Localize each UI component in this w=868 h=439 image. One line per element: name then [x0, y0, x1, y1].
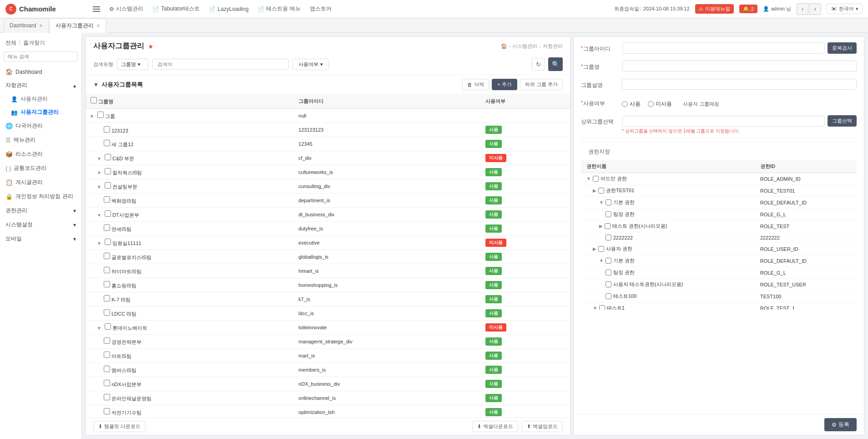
perm-collapse-icon[interactable]: ▼ — [599, 200, 604, 205]
perm-expand-icon[interactable]: ▶ — [593, 246, 596, 251]
delete-button[interactable]: 🗑 삭제 — [462, 79, 489, 90]
sidebar-item-usergroupmgmt[interactable]: 👥 사용자그룹관리 — [5, 106, 81, 119]
search-input[interactable] — [152, 59, 289, 70]
sidebar-item-resourcemgmt[interactable]: 📦 리소스관리 — [0, 147, 81, 161]
row-checkbox[interactable] — [104, 253, 110, 259]
perm-row[interactable]: ▼ 기본 권한 ROLE_DEFAULT_ID — [581, 197, 857, 209]
perm-row[interactable]: ▶ 테스트 권한(시나리오용) ROLE_TEST — [581, 220, 857, 232]
sub-group-button[interactable]: 하위 그룹 추가 — [520, 79, 563, 90]
perm-checkbox[interactable] — [599, 305, 605, 310]
row-checkbox[interactable] — [105, 154, 111, 160]
row-expand-icon[interactable]: ▼ — [97, 184, 101, 189]
row-checkbox[interactable] — [105, 182, 111, 189]
table-row[interactable]: ▶ nDX사업본부 nDX_business_div 사용 — [86, 377, 570, 391]
refresh-button[interactable]: ↻ — [532, 58, 545, 71]
table-row[interactable]: ▶ 새 그룹12 12345 사용 — [86, 137, 570, 151]
breadcrumb-system[interactable]: 시스템관리 — [512, 43, 537, 50]
perm-row[interactable]: 사용자 테스트권한(시나리오용) ROLE_TEST_USER — [581, 279, 857, 291]
excel-download-button[interactable]: ⬇ 엑셀다운로드 — [472, 421, 518, 432]
row-expand-icon[interactable]: ▼ — [97, 156, 101, 161]
alert-count-badge[interactable]: 🔔 2 — [739, 5, 757, 13]
perm-row[interactable]: ▼ 어드민 권한 ROLE_ADMIN_ID — [581, 173, 857, 185]
sidebar-item-dashboard[interactable]: 🏠 Dashboard — [0, 65, 81, 78]
table-row[interactable]: ▼ DT사업본부 dt_business_div 사용 — [86, 208, 570, 222]
table-row[interactable]: ▼ 컬처웍스IS팀 cultureworks_is 사용 — [86, 165, 570, 179]
sidebar-item-menumgmt[interactable]: ☰ 메뉴관리 — [0, 133, 81, 147]
perm-checkbox[interactable] — [606, 293, 611, 299]
row-checkbox[interactable] — [104, 295, 110, 301]
perm-checkbox[interactable] — [606, 235, 611, 240]
sidebar-item-boardmgmt[interactable]: 📋 게시글관리 — [0, 175, 81, 189]
sidebar-item-commoncode[interactable]: { } 공통코드관리 — [0, 161, 81, 175]
sidebar-link-favorites[interactable]: 즐겨찾기 — [23, 39, 45, 47]
table-row[interactable]: ▶ 온라인채널운영팀 onlinechannel_is 사용 — [86, 391, 570, 405]
row-expand-icon[interactable]: ▼ — [97, 326, 101, 331]
table-row[interactable]: ▶ 하이마트IS팀 himart_is 사용 — [86, 264, 570, 278]
perm-row[interactable]: ▶ 권한TEST01 ROLE_TEST01 — [581, 185, 857, 197]
radio-use[interactable]: 사용 — [622, 100, 641, 108]
nav-item-test-menu[interactable]: 📄 테스트용 메뉴 — [254, 3, 304, 15]
row-checkbox[interactable] — [104, 140, 110, 146]
nav-forward-button[interactable]: › — [809, 3, 821, 15]
row-checkbox[interactable] — [104, 366, 110, 372]
group-name-input[interactable] — [622, 61, 857, 71]
row-checkbox[interactable] — [97, 112, 104, 118]
table-row[interactable]: ▼ C&D 부문 cf_div 미사용 — [86, 151, 570, 165]
tab-close-usergroup[interactable]: ✕ — [96, 23, 100, 28]
row-expand-icon[interactable]: ▼ — [97, 213, 101, 218]
perm-collapse-icon[interactable]: ▼ — [586, 176, 591, 181]
perm-checkbox[interactable] — [605, 223, 611, 229]
group-select-button[interactable]: 그룹선택 — [828, 115, 857, 127]
row-checkbox[interactable] — [104, 337, 110, 344]
perm-checkbox[interactable] — [598, 246, 604, 252]
row-checkbox[interactable] — [104, 126, 110, 133]
row-checkbox[interactable] — [104, 394, 110, 400]
template-download-button[interactable]: ⬇ 템플릿 다운로드 — [93, 421, 146, 432]
table-row[interactable]: ▼ 임원실11111 executive 미사용 — [86, 236, 570, 250]
table-row[interactable]: ▶ 123123 123123123 사용 — [86, 123, 570, 137]
radio-notuse[interactable]: 미사용 — [648, 100, 672, 108]
row-checkbox[interactable] — [105, 323, 111, 330]
sidebar-group-auth-header[interactable]: 권한관리 ▾ — [0, 204, 81, 218]
perm-expand-icon[interactable]: ▶ — [593, 188, 596, 193]
row-checkbox[interactable] — [104, 267, 110, 273]
row-expand-icon[interactable]: ▼ — [97, 241, 101, 246]
perm-row[interactable]: 팀장 권한 ROLE_G_L — [581, 209, 857, 220]
row-checkbox[interactable] — [104, 196, 110, 203]
dup-check-button[interactable]: 중복검사 — [828, 42, 857, 54]
breadcrumb-home-icon[interactable]: 🏠 — [501, 43, 507, 49]
alert-button[interactable]: ⚠ 이용매뉴얼 — [695, 4, 734, 14]
row-checkbox[interactable] — [105, 210, 111, 217]
sidebar-group-jahang-header[interactable]: 자항관리 ▴ — [0, 78, 81, 92]
admin-badge[interactable]: 👤 admin 님 — [763, 5, 791, 12]
table-row[interactable]: ▼ 롯데이노베이트 lotteinnovate 미사용 — [86, 321, 570, 335]
row-checkbox[interactable] — [104, 380, 110, 386]
table-row[interactable]: ▶ K-7 IS팀 k7_is 사용 — [86, 292, 570, 306]
row-checkbox[interactable] — [104, 352, 110, 358]
nav-item-tabulator[interactable]: 📄 Tabulator테스트 — [149, 3, 203, 15]
table-row[interactable]: ▶ 홈쇼핑IS팀 homeshopping_is 사용 — [86, 278, 570, 292]
table-row[interactable]: ▶ LDCC IS팀 ldcc_is 사용 — [86, 306, 570, 321]
nav-item-system[interactable]: ⚙ 시스템관리 — [106, 3, 147, 15]
table-row[interactable]: ▼ 그룹 null — [86, 109, 570, 123]
sidebar-group-system-header[interactable]: 시스템설정 ▾ — [0, 218, 81, 232]
language-selector[interactable]: 🇰🇷 한국어 ▾ — [827, 4, 863, 14]
table-row[interactable]: ▶ 저전기기수팀 optimization_tsh 사용 — [86, 405, 570, 418]
table-row[interactable]: ▶ 면세IS팀 dutyfree_is 사용 — [86, 222, 570, 236]
hamburger-menu[interactable] — [91, 5, 102, 14]
perm-row[interactable]: 테스트100 TEST100 — [581, 291, 857, 302]
tab-usergroup[interactable]: 사용자그룹관리 ✕ — [50, 18, 106, 33]
row-expand-icon[interactable]: ▼ — [90, 114, 94, 119]
radio-use-input[interactable] — [622, 101, 628, 107]
table-row[interactable]: ▶ 글로벌로지스IS팀 globallogis_is 사용 — [86, 250, 570, 264]
section-toggle[interactable]: ▼ 사용자그룹목록 — [93, 81, 143, 89]
table-row[interactable]: ▶ 백화점IS팀 department_is 사용 — [86, 194, 570, 208]
perm-checkbox[interactable] — [606, 281, 611, 287]
radio-notuse-input[interactable] — [648, 101, 654, 107]
perm-row[interactable]: ▼ 기본 권한 ROLE_DEFAULT_ID — [581, 255, 857, 267]
perm-checkbox[interactable] — [593, 176, 599, 182]
parent-group-input[interactable] — [622, 116, 825, 127]
group-desc-input[interactable] — [622, 79, 857, 90]
table-row[interactable]: ▼ 컨설팅부문 cunsulting_div 사용 — [86, 179, 570, 194]
sidebar-item-multilang[interactable]: 🌐 다국어관리 — [0, 119, 81, 133]
